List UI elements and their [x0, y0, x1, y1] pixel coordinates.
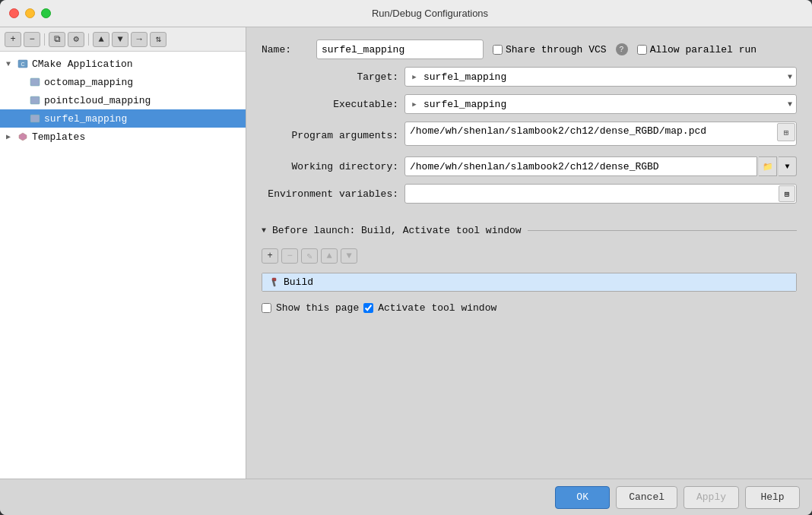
- surfel-label: surfel_mapping: [44, 113, 127, 125]
- before-launch-header: ▼ Before launch: Build, Activate tool wi…: [262, 225, 797, 236]
- name-input[interactable]: [316, 39, 484, 59]
- executable-label: Executable:: [262, 99, 398, 110]
- maximize-button[interactable]: [41, 8, 51, 18]
- build-item-label: Build: [284, 276, 313, 288]
- program-args-row: Program arguments: /home/wh/shenlan/slam…: [262, 122, 797, 149]
- octomap-icon: [29, 76, 41, 88]
- program-args-input[interactable]: /home/wh/shenlan/slambook2/ch12/dense_RG…: [404, 122, 797, 146]
- move-down-button[interactable]: ▼: [112, 32, 128, 47]
- octomap-label: octomap_mapping: [44, 77, 133, 88]
- tree-item-surfel[interactable]: ▶ surfel_mapping: [0, 109, 246, 128]
- env-vars-label: Environment variables:: [262, 188, 398, 200]
- working-dir-row: Working directory: 📁 ▼: [262, 156, 797, 176]
- expand-arrow-cmake: ▼: [6, 60, 15, 68]
- bl-edit-btn[interactable]: ✎: [301, 248, 318, 264]
- working-dir-browse-btn[interactable]: 📁: [759, 156, 777, 176]
- templates-label: Templates: [32, 131, 85, 143]
- target-select-wrap: ▶ surfel_mapping ▼: [404, 67, 797, 87]
- add-config-button[interactable]: +: [5, 32, 21, 47]
- minimize-button[interactable]: [25, 8, 35, 18]
- activate-tool-label: Activate tool window: [378, 302, 496, 314]
- env-vars-row: Environment variables: ⊞: [262, 184, 797, 204]
- show-page-checkbox[interactable]: [262, 303, 271, 313]
- share-vcs-checkbox[interactable]: [493, 45, 503, 55]
- program-args-wrap: /home/wh/shenlan/slambook2/ch12/dense_RG…: [404, 122, 797, 149]
- bl-up-btn[interactable]: ▲: [321, 248, 338, 264]
- toolbar-separator-2: [88, 33, 89, 46]
- executable-row: Executable: ▶ surfel_mapping ▼: [262, 94, 797, 114]
- templates-icon: [17, 131, 29, 143]
- svg-rect-3: [30, 96, 40, 104]
- copy-config-button[interactable]: ⧉: [49, 32, 65, 47]
- bl-remove-btn[interactable]: −: [281, 248, 298, 264]
- working-dir-dropdown-btn[interactable]: ▼: [779, 156, 797, 176]
- expand-arrow-templates: ▶: [6, 132, 15, 141]
- build-list: Build: [262, 273, 797, 292]
- window-title: Run/Debug Configurations: [57, 8, 803, 19]
- cmake-group-icon: C: [17, 58, 29, 70]
- right-panel: Name: Share through VCS ? Allow parallel…: [246, 27, 812, 479]
- show-page-label: Show this page: [276, 302, 359, 314]
- executable-select[interactable]: surfel_mapping: [404, 94, 797, 114]
- tree-item-templates[interactable]: ▶ Templates: [0, 128, 246, 146]
- target-select[interactable]: surfel_mapping: [404, 67, 797, 87]
- program-args-expand-btn[interactable]: ⊞: [777, 123, 795, 141]
- header-right: Share through VCS ? Allow parallel run: [493, 43, 756, 55]
- cancel-button[interactable]: Cancel: [616, 486, 677, 509]
- move-up-button[interactable]: ▲: [93, 32, 109, 47]
- before-launch-label: Before launch: Build, Activate tool wind…: [272, 225, 522, 236]
- allow-parallel-label[interactable]: Allow parallel run: [637, 44, 756, 55]
- pointcloud-icon: [29, 94, 41, 106]
- activate-tool-checkbox[interactable]: [363, 303, 373, 313]
- working-dir-input[interactable]: [404, 156, 757, 176]
- help-icon[interactable]: ?: [616, 43, 628, 55]
- build-hammer-icon: [268, 277, 279, 288]
- settings-config-button[interactable]: ⚙: [68, 32, 84, 47]
- env-vars-wrap: ⊞: [404, 184, 797, 204]
- pointcloud-label: pointcloud_mapping: [44, 95, 151, 106]
- tree-item-octomap[interactable]: ▶ octomap_mapping: [0, 73, 246, 91]
- svg-text:C: C: [21, 62, 24, 67]
- tree-item-pointcloud[interactable]: ▶ pointcloud_mapping: [0, 91, 246, 109]
- build-item[interactable]: Build: [262, 273, 796, 291]
- program-args-label: Program arguments:: [262, 130, 398, 141]
- target-select-icon: ▶: [409, 71, 420, 82]
- checkbox-row: Show this page Activate tool window: [262, 299, 797, 317]
- bl-add-btn[interactable]: +: [262, 248, 278, 264]
- before-launch-toolbar: + − ✎ ▲ ▼: [262, 247, 797, 265]
- config-tree: ▼ C CMake Application ▶: [0, 52, 246, 479]
- left-panel: + − ⧉ ⚙ ▲ ▼ → ⇅ ▼ C: [0, 27, 246, 479]
- tree-group-cmake[interactable]: ▼ C CMake Application: [0, 55, 246, 73]
- target-row: Target: ▶ surfel_mapping ▼: [262, 67, 797, 87]
- svg-rect-2: [30, 78, 40, 86]
- share-vcs-label[interactable]: Share through VCS: [493, 44, 607, 55]
- working-dir-label: Working directory:: [262, 161, 398, 172]
- executable-select-icon: ▶: [409, 99, 420, 109]
- spacer: [262, 211, 797, 214]
- svg-marker-5: [19, 133, 27, 141]
- bl-down-btn[interactable]: ▼: [341, 248, 357, 264]
- surfel-icon: [29, 112, 41, 125]
- ok-button[interactable]: OK: [555, 486, 610, 509]
- toolbar-separator-1: [44, 33, 45, 46]
- target-label: Target:: [262, 71, 398, 83]
- titlebar: Run/Debug Configurations: [0, 0, 812, 27]
- sort-button[interactable]: ⇅: [150, 32, 167, 47]
- cmake-group-label: CMake Application: [32, 58, 133, 70]
- left-toolbar: + − ⧉ ⚙ ▲ ▼ → ⇅: [0, 27, 246, 52]
- executable-select-wrap: ▶ surfel_mapping ▼: [404, 94, 797, 114]
- move-to-button[interactable]: →: [131, 32, 147, 47]
- allow-parallel-checkbox[interactable]: [637, 45, 647, 55]
- remove-config-button[interactable]: −: [24, 32, 40, 47]
- svg-rect-4: [30, 115, 40, 122]
- help-button[interactable]: Help: [745, 486, 800, 509]
- apply-button[interactable]: Apply: [684, 486, 739, 509]
- close-button[interactable]: [9, 8, 19, 18]
- bottom-bar: OK Cancel Apply Help: [0, 479, 812, 515]
- before-launch-arrow[interactable]: ▼: [262, 226, 266, 235]
- section-line: [528, 230, 797, 231]
- env-vars-input[interactable]: [404, 184, 797, 204]
- env-vars-btn[interactable]: ⊞: [779, 185, 795, 202]
- working-dir-wrap: 📁 ▼: [404, 156, 797, 176]
- name-label: Name:: [262, 44, 307, 55]
